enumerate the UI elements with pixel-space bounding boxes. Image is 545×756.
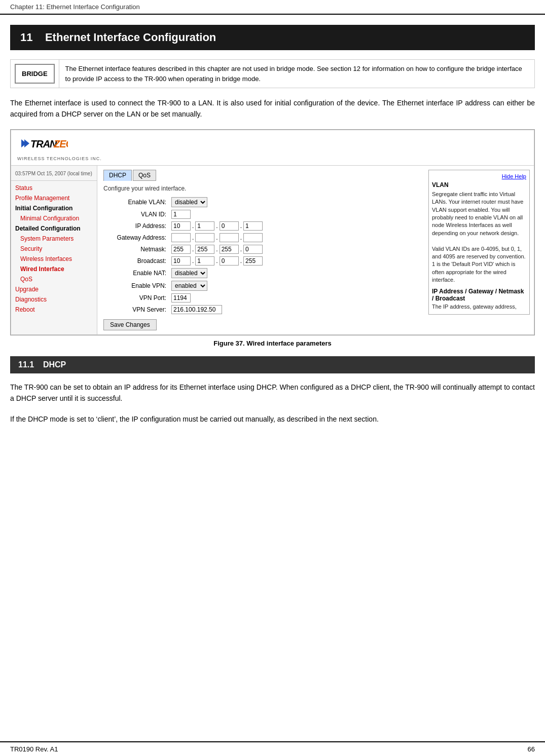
bc-octet4[interactable]: [243, 256, 263, 266]
vlan-id-field[interactable]: [171, 210, 191, 219]
gw-octet2[interactable]: [195, 233, 214, 242]
netmask-label: Netmask:: [103, 246, 169, 253]
section-11-1-title: DHCP: [43, 360, 66, 369]
vpn-port-label: VPN Port:: [103, 294, 169, 301]
sidebar-item-qos[interactable]: QoS: [11, 274, 97, 284]
footer-left: TR0190 Rev. A1: [10, 745, 58, 753]
vlan-help-body: Segregate client traffic into Virtual LA…: [432, 191, 526, 284]
router-subtitle: WIRELESS TECHNOLOGIES INC.: [17, 156, 102, 161]
footer-right: 66: [528, 745, 535, 753]
chapter-title-bar: 11 Ethernet Interface Configuration: [10, 25, 535, 50]
nm-dot3: .: [240, 246, 242, 253]
vlan-help-title: VLAN: [432, 181, 526, 188]
bridge-note-text: The Ethernet interface features describe…: [59, 60, 534, 88]
svg-text:ZEO: ZEO: [53, 138, 68, 149]
dhcp-paragraph-2: If the DHCP mode is set to ‘client’, the…: [10, 413, 535, 425]
section-11-1-number: 11.1: [18, 360, 34, 369]
sidebar-item-detailed-config[interactable]: Detailed Configuration: [11, 223, 97, 234]
ip-octet1[interactable]: [171, 221, 191, 231]
sidebar-item-minimal-config[interactable]: Minimal Configuration: [11, 213, 97, 223]
page-header: Chapter 11: Ethernet Interface Configura…: [0, 0, 545, 15]
bc-octet3[interactable]: [220, 256, 239, 266]
gw-octet4[interactable]: [243, 233, 263, 242]
enable-vlan-label: Enable VLAN:: [103, 199, 169, 206]
vpn-server-field[interactable]: [171, 305, 222, 314]
nm-octet1[interactable]: [171, 245, 191, 254]
enable-vpn-label: Enable VPN:: [103, 282, 169, 289]
enable-vpn-select[interactable]: enabled disabled: [171, 281, 207, 291]
gw-octet3[interactable]: [220, 233, 239, 242]
gateway-label: Gateway Address:: [103, 234, 169, 241]
sidebar-item-security[interactable]: Security: [11, 244, 97, 254]
vpn-port-field[interactable]: [171, 293, 191, 303]
bc-dot3: .: [240, 257, 242, 264]
chapter-number: 11: [20, 31, 32, 44]
router-ui: TRAN ZEO WIRELESS TECHNOLOGIES INC. 03:5…: [11, 130, 534, 335]
sidebar-item-initial-config[interactable]: Initial Configuration: [11, 203, 97, 213]
figure-container: TRAN ZEO WIRELESS TECHNOLOGIES INC. 03:5…: [10, 129, 535, 335]
ip-dot2: .: [216, 222, 217, 230]
tab-qos[interactable]: QoS: [133, 170, 156, 181]
sidebar-item-diagnostics[interactable]: Diagnostics: [11, 294, 97, 305]
nm-octet4[interactable]: [243, 245, 263, 254]
ip-help-body: The IP address, gateway address,: [432, 303, 526, 311]
router-logo: TRAN ZEO: [17, 134, 102, 155]
sidebar-time: 03:57PM Oct 15, 2007 (local time): [11, 169, 97, 181]
intro-paragraph: The Ethernet interface is used to connec…: [10, 97, 535, 120]
sidebar-item-status[interactable]: Status: [11, 183, 97, 193]
gw-dot1: .: [192, 234, 194, 241]
enable-nat-label: Enable NAT:: [103, 270, 169, 277]
ip-octet3[interactable]: [220, 221, 239, 231]
ip-help-title: IP Address / Gateway / Netmask / Broadca…: [432, 288, 526, 302]
figure-caption: Figure 37. Wired interface parameters: [0, 339, 545, 347]
dhcp-paragraph-1: The TR-900 can be set to obtain an IP ad…: [10, 382, 535, 404]
page-footer: TR0190 Rev. A1 66: [0, 741, 545, 756]
sidebar-item-upgrade[interactable]: Upgrade: [11, 284, 97, 294]
hide-help-link[interactable]: Hide Help: [432, 173, 526, 179]
chapter-title: Ethernet Interface Configuration: [45, 31, 216, 44]
enable-nat-select[interactable]: disabled enabled: [171, 268, 207, 278]
chapter-header-text: Chapter 11: Ethernet Interface Configura…: [10, 3, 140, 11]
gw-dot3: .: [240, 234, 242, 241]
ip-dot1: .: [192, 222, 194, 230]
section-11-1-bar: 11.1 DHCP: [10, 356, 535, 373]
router-main-content: DHCP QoS Configure your wired interface.…: [97, 166, 534, 334]
ip-octet2[interactable]: [195, 221, 214, 231]
router-header: TRAN ZEO WIRELESS TECHNOLOGIES INC.: [11, 130, 534, 166]
sidebar-item-system-params[interactable]: System Parameters: [11, 234, 97, 244]
vpn-server-label: VPN Server:: [103, 306, 169, 313]
save-changes-button[interactable]: Save Changes: [103, 319, 157, 330]
tab-dhcp[interactable]: DHCP: [103, 170, 132, 181]
ip-address-label: IP Address:: [103, 222, 169, 230]
bc-dot1: .: [192, 257, 194, 264]
bc-dot2: .: [216, 257, 217, 264]
gw-dot2: .: [216, 234, 217, 241]
sidebar-item-wireless[interactable]: Wireless Interfaces: [11, 254, 97, 264]
enable-vlan-select[interactable]: disabled enabled: [171, 197, 207, 207]
bridge-note: BRIDGE The Ethernet interface features d…: [10, 59, 535, 88]
ip-octet4[interactable]: [243, 221, 263, 231]
nm-dot1: .: [192, 246, 194, 253]
nm-dot2: .: [216, 246, 217, 253]
router-body: 03:57PM Oct 15, 2007 (local time) Status…: [11, 166, 534, 334]
bc-octet2[interactable]: [195, 256, 214, 266]
bridge-badge: BRIDGE: [15, 64, 55, 84]
sidebar-item-wired[interactable]: Wired Interface: [11, 264, 97, 274]
router-sidebar: 03:57PM Oct 15, 2007 (local time) Status…: [11, 166, 97, 334]
sidebar-item-reboot[interactable]: Reboot: [11, 305, 97, 315]
sidebar-item-profile[interactable]: Profile Management: [11, 193, 97, 203]
vlan-id-label: VLAN ID:: [103, 211, 169, 218]
ip-dot3: .: [240, 222, 242, 230]
nm-octet3[interactable]: [220, 245, 239, 254]
help-panel: Hide Help VLAN Segregate client traffic …: [428, 170, 530, 315]
broadcast-label: Broadcast:: [103, 257, 169, 264]
gw-octet1[interactable]: [171, 233, 191, 242]
bc-octet1[interactable]: [171, 256, 191, 266]
nm-octet2[interactable]: [195, 245, 214, 254]
